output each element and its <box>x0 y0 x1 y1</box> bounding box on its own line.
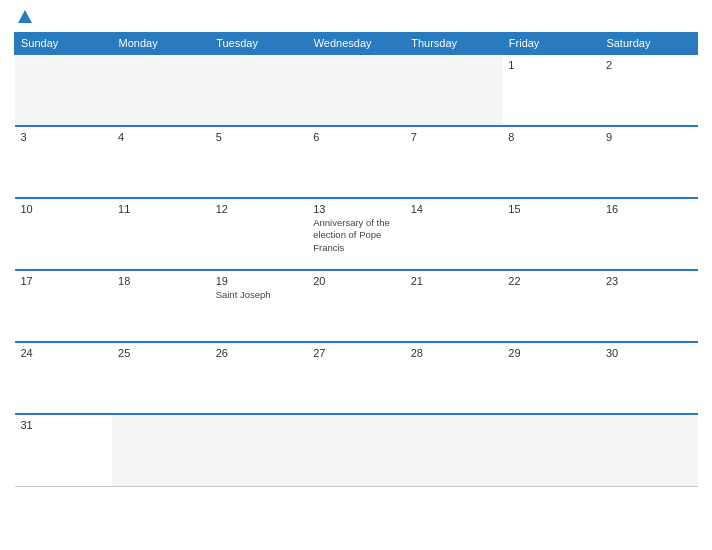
weekday-header-monday: Monday <box>112 33 210 55</box>
calendar-cell: 30 <box>600 342 698 414</box>
calendar-cell <box>210 54 308 126</box>
calendar-cell: 5 <box>210 126 308 198</box>
calendar-week-row: 31 <box>15 414 698 486</box>
calendar-cell: 1 <box>502 54 600 126</box>
calendar-cell: 23 <box>600 270 698 342</box>
calendar-cell: 28 <box>405 342 503 414</box>
calendar-cell: 11 <box>112 198 210 270</box>
calendar-cell: 27 <box>307 342 405 414</box>
day-number: 6 <box>313 131 399 143</box>
calendar-page: SundayMondayTuesdayWednesdayThursdayFrid… <box>0 0 712 550</box>
calendar-week-row: 10111213Anniversary of the election of P… <box>15 198 698 270</box>
calendar-header <box>14 10 698 24</box>
day-number: 24 <box>21 347 107 359</box>
calendar-cell <box>405 414 503 486</box>
day-number: 1 <box>508 59 594 71</box>
day-number: 12 <box>216 203 302 215</box>
calendar-cell <box>405 54 503 126</box>
day-number: 11 <box>118 203 204 215</box>
calendar-cell: 18 <box>112 270 210 342</box>
calendar-cell: 19Saint Joseph <box>210 270 308 342</box>
day-number: 3 <box>21 131 107 143</box>
calendar-week-row: 24252627282930 <box>15 342 698 414</box>
calendar-week-row: 171819Saint Joseph20212223 <box>15 270 698 342</box>
calendar-cell <box>307 414 405 486</box>
logo <box>14 10 34 24</box>
day-number: 14 <box>411 203 497 215</box>
calendar-week-row: 12 <box>15 54 698 126</box>
calendar-cell: 15 <box>502 198 600 270</box>
calendar-table: SundayMondayTuesdayWednesdayThursdayFrid… <box>14 32 698 487</box>
day-number: 5 <box>216 131 302 143</box>
calendar-cell: 21 <box>405 270 503 342</box>
day-number: 9 <box>606 131 692 143</box>
calendar-cell: 8 <box>502 126 600 198</box>
calendar-cell: 24 <box>15 342 113 414</box>
day-event: Saint Joseph <box>216 289 302 301</box>
day-number: 31 <box>21 419 107 431</box>
calendar-cell: 10 <box>15 198 113 270</box>
weekday-header-row: SundayMondayTuesdayWednesdayThursdayFrid… <box>15 33 698 55</box>
calendar-cell: 16 <box>600 198 698 270</box>
calendar-cell: 14 <box>405 198 503 270</box>
logo-triangle-icon <box>18 10 32 23</box>
weekday-header-sunday: Sunday <box>15 33 113 55</box>
calendar-cell: 9 <box>600 126 698 198</box>
day-number: 30 <box>606 347 692 359</box>
calendar-cell: 20 <box>307 270 405 342</box>
day-number: 29 <box>508 347 594 359</box>
calendar-cell <box>210 414 308 486</box>
day-number: 19 <box>216 275 302 287</box>
day-number: 21 <box>411 275 497 287</box>
weekday-header-wednesday: Wednesday <box>307 33 405 55</box>
calendar-cell: 29 <box>502 342 600 414</box>
calendar-cell <box>307 54 405 126</box>
calendar-cell: 2 <box>600 54 698 126</box>
day-number: 4 <box>118 131 204 143</box>
day-number: 20 <box>313 275 399 287</box>
weekday-header-friday: Friday <box>502 33 600 55</box>
day-number: 15 <box>508 203 594 215</box>
day-event: Anniversary of the election of Pope Fran… <box>313 217 399 254</box>
day-number: 16 <box>606 203 692 215</box>
weekday-header-tuesday: Tuesday <box>210 33 308 55</box>
day-number: 28 <box>411 347 497 359</box>
calendar-cell: 6 <box>307 126 405 198</box>
day-number: 13 <box>313 203 399 215</box>
day-number: 17 <box>21 275 107 287</box>
day-number: 22 <box>508 275 594 287</box>
weekday-header-saturday: Saturday <box>600 33 698 55</box>
weekday-header-thursday: Thursday <box>405 33 503 55</box>
day-number: 25 <box>118 347 204 359</box>
calendar-cell: 26 <box>210 342 308 414</box>
calendar-cell: 7 <box>405 126 503 198</box>
day-number: 7 <box>411 131 497 143</box>
calendar-cell <box>112 414 210 486</box>
calendar-cell: 25 <box>112 342 210 414</box>
calendar-cell: 4 <box>112 126 210 198</box>
calendar-cell: 13Anniversary of the election of Pope Fr… <box>307 198 405 270</box>
calendar-week-row: 3456789 <box>15 126 698 198</box>
calendar-cell <box>502 414 600 486</box>
calendar-cell: 12 <box>210 198 308 270</box>
calendar-cell <box>112 54 210 126</box>
day-number: 8 <box>508 131 594 143</box>
day-number: 18 <box>118 275 204 287</box>
calendar-cell: 17 <box>15 270 113 342</box>
day-number: 10 <box>21 203 107 215</box>
calendar-cell <box>600 414 698 486</box>
day-number: 26 <box>216 347 302 359</box>
day-number: 23 <box>606 275 692 287</box>
day-number: 2 <box>606 59 692 71</box>
calendar-cell <box>15 54 113 126</box>
calendar-cell: 31 <box>15 414 113 486</box>
day-number: 27 <box>313 347 399 359</box>
calendar-cell: 22 <box>502 270 600 342</box>
calendar-cell: 3 <box>15 126 113 198</box>
